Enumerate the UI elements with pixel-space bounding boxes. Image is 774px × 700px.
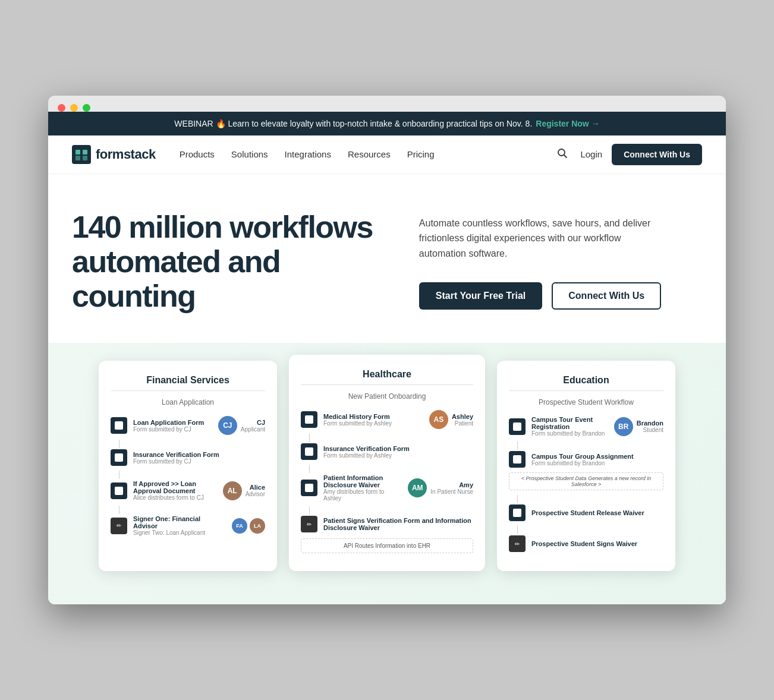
brandon-info: Brandon Student [637, 420, 663, 433]
nav-connect-button[interactable]: Connect With Us [612, 144, 702, 165]
edu-form-icon-3 [509, 504, 526, 521]
financial-person-1: CJ CJ Applicant [218, 416, 265, 435]
nav-products[interactable]: Products [180, 149, 215, 159]
healthcare-row-3-text: Patient Information Disclosure Waiver Am… [323, 474, 402, 502]
financial-form-2-sub: Form submitted by CJ [133, 458, 265, 465]
edu-form-icon-4: ✏ [509, 535, 526, 552]
edu-form-4-name: Prospective Student Signs Waiver [531, 540, 663, 547]
nav-solutions[interactable]: Solutions [231, 149, 268, 159]
hc-connector-1 [309, 434, 310, 442]
ashley-name: Ashley [452, 413, 473, 420]
financial-row-4: ✏ Signer One: Financial Advisor Signer T… [111, 515, 265, 536]
register-now-link[interactable]: Register Now → [536, 119, 599, 128]
navbar: formstack Products Solutions Integration… [48, 135, 726, 174]
hero-right: Automate countless workflows, save hours… [419, 210, 702, 310]
nav-integrations[interactable]: Integrations [285, 149, 331, 159]
edu-form-2-sub: Form submitted by Brandon [531, 460, 663, 466]
amy-role: In Patient Nurse [430, 488, 473, 495]
nav-pricing[interactable]: Pricing [407, 149, 435, 159]
announcement-bar: WEBINAR 🔥 Learn to elevate loyalty with … [48, 112, 726, 135]
hc-connector-2 [309, 465, 310, 473]
hc-form-icon-3 [301, 480, 317, 496]
financial-form-3-sub: Alice distributes form to CJ [133, 494, 217, 501]
edu-form-2-name: Campus Tour Group Assignment [531, 453, 663, 460]
hero-connect-button[interactable]: Connect With Us [552, 282, 661, 310]
svg-rect-2 [83, 150, 87, 154]
financial-row-1: Loan Application Form Form submitted by … [111, 416, 265, 435]
avatar-signer1: FA [232, 518, 247, 534]
education-row-1: Campus Tour Event Registration Form subm… [509, 416, 663, 437]
financial-services-card: Financial Services Loan Application Loan… [99, 361, 277, 571]
financial-row-3: If Approved >> Loan Approval Document Al… [111, 480, 265, 501]
connector-2 [119, 471, 119, 479]
logo[interactable]: formstack [72, 145, 156, 164]
hc-connector-3 [309, 506, 310, 515]
brandon-name: Brandon [637, 420, 663, 427]
education-card-title: Education [509, 375, 663, 386]
avatar-alice: AL [223, 481, 242, 500]
person-cj-info: CJ Applicant [241, 419, 265, 433]
close-button[interactable] [58, 104, 65, 112]
financial-form-2-name: Insurance Verification Form [133, 451, 265, 458]
healthcare-person-2: AM Amy In Patient Nurse [408, 478, 473, 497]
ashley-info: Ashley Patient [452, 413, 473, 427]
education-row-3-text: Prospective Student Release Waiver [531, 509, 663, 516]
minimize-button[interactable] [70, 104, 78, 112]
browser-chrome [48, 96, 726, 112]
avatar-brandon: BR [614, 417, 633, 436]
announcement-text: WEBINAR 🔥 Learn to elevate loyalty with … [174, 119, 532, 128]
search-button[interactable] [554, 145, 571, 163]
api-route-text: API Routes Information into EHR [301, 538, 473, 553]
hc-form-3-sub: Amy distributes form to Ashley [323, 488, 402, 502]
avatar-signer2: LA [250, 518, 265, 534]
healthcare-row-3: Patient Information Disclosure Waiver Am… [301, 474, 473, 502]
healthcare-row-4: ✏ Patient Signs Verification Form and In… [301, 516, 473, 532]
edu-form-icon-1 [509, 418, 526, 435]
edu-form-icon-2 [509, 451, 526, 468]
education-row-4: ✏ Prospective Student Signs Waiver [509, 535, 663, 552]
hc-form-icon-2 [301, 443, 317, 460]
financial-row-1-text: Loan Application Form Form submitted by … [133, 419, 212, 433]
healthcare-card-subtitle: New Patient Onboarding [301, 392, 473, 401]
search-icon [556, 147, 568, 159]
edu-connector-3 [517, 526, 518, 534]
financial-card-subtitle: Loan Application [111, 398, 265, 406]
maximize-button[interactable] [83, 104, 90, 112]
hc-form-1-sub: Form submitted by Ashley [323, 420, 423, 427]
edu-form-1-name: Campus Tour Event Registration [531, 416, 608, 430]
svg-rect-0 [72, 145, 91, 164]
hero-buttons: Start Your Free Trial Connect With Us [419, 282, 702, 310]
financial-form-4-sub: Signer Two: Loan Applicant [133, 529, 226, 536]
edu-connector-1 [517, 442, 518, 450]
hc-form-1-name: Medical History Form [323, 413, 423, 420]
healthcare-card-divider [301, 384, 473, 385]
ashley-role: Patient [455, 420, 473, 427]
login-button[interactable]: Login [580, 149, 602, 159]
financial-person-2: AL Alice Advisor [223, 481, 265, 500]
hc-form-3-name: Patient Information Disclosure Waiver [323, 474, 402, 488]
hc-form-2-name: Insurance Verification Form [323, 445, 473, 452]
salesforce-note: < Prospective Student Data Generates a n… [509, 472, 663, 490]
nav-links: Products Solutions Integrations Resource… [180, 149, 536, 159]
education-row-3: Prospective Student Release Waiver [509, 504, 663, 521]
financial-form-1-sub: Form submitted by CJ [133, 426, 212, 433]
edu-form-1-sub: Form submitted by Brandon [531, 430, 608, 437]
start-trial-button[interactable]: Start Your Free Trial [419, 282, 542, 310]
svg-rect-3 [75, 156, 80, 160]
formstack-logo-icon [72, 145, 91, 164]
edu-connector-2 [517, 495, 518, 503]
education-row-2-text: Campus Tour Group Assignment Form submit… [531, 453, 663, 466]
svg-rect-4 [83, 156, 87, 160]
cards-container: Financial Services Loan Application Loan… [48, 343, 726, 571]
nav-resources[interactable]: Resources [348, 149, 391, 159]
person-cj-role: Applicant [241, 426, 265, 433]
healthcare-row-2-text: Insurance Verification Form Form submitt… [323, 445, 473, 459]
healthcare-row-1-text: Medical History Form Form submitted by A… [323, 413, 423, 427]
healthcare-row-4-text: Patient Signs Verification Form and Info… [323, 517, 473, 531]
hero-description: Automate countless workflows, save hours… [419, 216, 669, 261]
financial-row-2-text: Insurance Verification Form Form submitt… [133, 451, 265, 465]
nav-actions: Login Connect With Us [554, 144, 702, 165]
form-icon-4: ✏ [111, 518, 127, 534]
financial-card-divider [111, 390, 265, 391]
education-card-divider [509, 390, 663, 391]
